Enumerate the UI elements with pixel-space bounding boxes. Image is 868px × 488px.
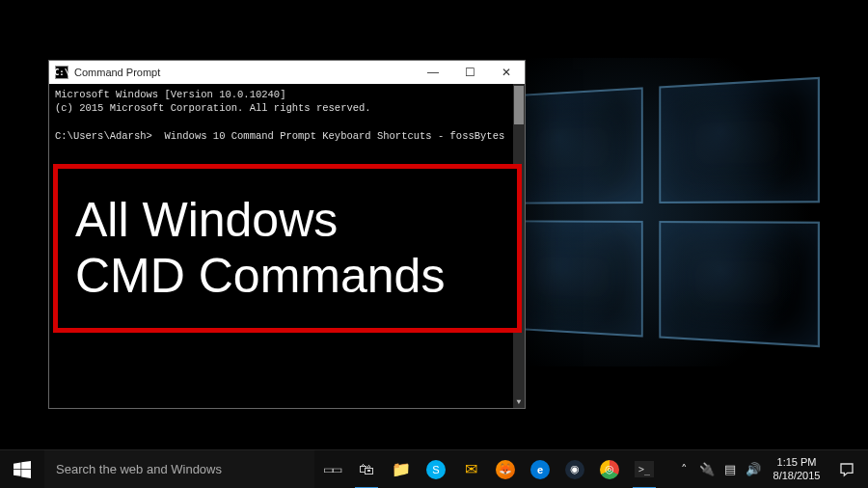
terminal-line: Microsoft Windows [Version 10.0.10240] [55, 89, 285, 100]
search-input[interactable]: Search the web and Windows [44, 450, 314, 489]
skype-icon: S [426, 460, 446, 479]
clock[interactable]: 1:15 PM 8/18/2015 [766, 452, 827, 485]
cmd-app-icon: C:\ [55, 66, 68, 79]
search-placeholder: Search the web and Windows [56, 462, 222, 476]
taskbar-app-explorer[interactable]: 📁 [384, 450, 419, 489]
notification-icon [839, 462, 854, 477]
system-tray: ˄ 🔌 ▤ 🔊 1:15 PM 8/18/2015 [673, 450, 868, 489]
taskbar-app-mail[interactable]: ✉ [453, 450, 488, 489]
task-view-button[interactable]: ▭▭ [314, 450, 349, 489]
chrome-icon: ◎ [600, 460, 619, 479]
headline-text: All Windows CMD Commands [75, 193, 445, 304]
terminal-line: (c) 2015 Microsoft Corporation. All righ… [55, 102, 371, 114]
edge-icon: e [530, 460, 550, 479]
minimize-button[interactable]: — [415, 61, 451, 84]
scroll-down-icon[interactable]: ▼ [513, 396, 525, 408]
taskbar-app-chrome[interactable]: ◎ [592, 450, 627, 489]
taskbar-app-firefox[interactable]: 🦊 [488, 450, 523, 489]
headline-overlay: All Windows CMD Commands [53, 164, 522, 333]
network-icon[interactable]: ▤ [719, 450, 741, 489]
store-icon: 🛍 [359, 461, 374, 478]
terminal-line: C:\Users\Adarsh> Windows 10 Command Prom… [55, 130, 504, 142]
taskbar-app-skype[interactable]: S [419, 450, 453, 489]
windows-logo-icon [14, 461, 31, 478]
volume-icon[interactable]: 🔊 [743, 450, 764, 489]
logo-pane [659, 221, 820, 347]
maximize-button[interactable]: ☐ [451, 61, 488, 84]
steam-icon: ◉ [565, 460, 584, 479]
taskbar-app-steam[interactable]: ◉ [557, 450, 592, 489]
taskbar-app-store[interactable]: 🛍 [349, 450, 384, 489]
taskview-icon: ▭▭ [323, 463, 340, 476]
taskbar-app-terminal[interactable]: >_ [627, 450, 662, 489]
folder-icon: 📁 [392, 460, 411, 478]
action-center-button[interactable] [829, 450, 864, 489]
clock-time: 1:15 PM [770, 456, 824, 469]
clock-date: 8/18/2015 [770, 470, 824, 482]
firefox-icon: 🦊 [496, 460, 515, 479]
close-button[interactable]: ✕ [488, 61, 525, 84]
tray-overflow-button[interactable]: ˄ [673, 450, 694, 489]
taskbar-app-edge[interactable]: e [523, 450, 557, 489]
titlebar[interactable]: C:\ Command Prompt — ☐ ✕ [49, 61, 525, 84]
taskbar: Search the web and Windows ▭▭ 🛍 📁 S ✉ 🦊 … [0, 449, 868, 488]
terminal-icon: >_ [635, 461, 654, 477]
logo-pane [659, 77, 820, 203]
power-icon[interactable]: 🔌 [696, 450, 718, 489]
start-button[interactable] [0, 450, 44, 489]
window-title: Command Prompt [74, 67, 415, 78]
windows-logo-backdrop [505, 77, 820, 347]
mail-icon: ✉ [465, 460, 477, 478]
scroll-thumb[interactable] [514, 86, 524, 124]
logo-pane [505, 220, 643, 337]
